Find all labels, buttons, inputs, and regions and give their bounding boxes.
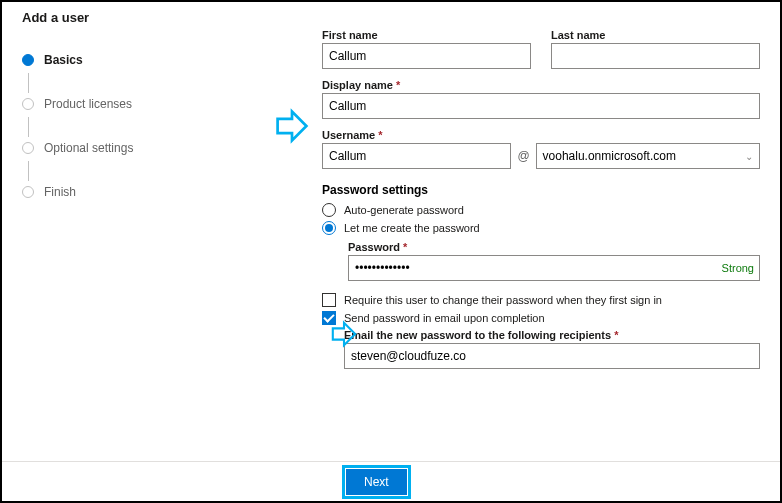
radio-label: Auto-generate password	[344, 204, 464, 216]
step-indicator-icon	[22, 142, 34, 154]
radio-auto-generate[interactable]: Auto-generate password	[322, 203, 760, 217]
radio-manual-password[interactable]: Let me create the password	[322, 221, 760, 235]
required-mark: *	[396, 79, 400, 91]
step-connector	[28, 117, 29, 137]
password-strength-label: Strong	[722, 262, 754, 274]
last-name-label: Last name	[551, 29, 760, 41]
display-name-input[interactable]	[322, 93, 760, 119]
domain-select[interactable]: voohalu.onmicrosoft.com ⌄	[536, 143, 760, 169]
form-area: First name Last name Display name * User…	[202, 29, 760, 468]
step-label: Finish	[44, 185, 76, 199]
step-product-licenses[interactable]: Product licenses	[22, 93, 202, 115]
password-input[interactable]	[348, 255, 760, 281]
password-label: Password	[348, 241, 400, 253]
required-mark: *	[403, 241, 407, 253]
check-send-email[interactable]: Send password in email upon completion	[322, 311, 760, 325]
email-recipients-label: Email the new password to the following …	[344, 329, 611, 341]
radio-label: Let me create the password	[344, 222, 480, 234]
next-button[interactable]: Next	[346, 469, 407, 495]
next-button-highlight: Next	[342, 465, 411, 499]
last-name-input[interactable]	[551, 43, 760, 69]
checkbox-icon	[322, 293, 336, 307]
first-name-label: First name	[322, 29, 531, 41]
checkbox-label: Send password in email upon completion	[344, 312, 545, 324]
step-label: Basics	[44, 53, 83, 67]
username-label: Username	[322, 129, 375, 141]
step-label: Optional settings	[44, 141, 133, 155]
radio-icon	[322, 221, 336, 235]
step-indicator-icon	[22, 54, 34, 66]
password-settings-title: Password settings	[322, 183, 760, 197]
step-connector	[28, 161, 29, 181]
callout-arrow-icon	[274, 108, 310, 144]
step-label: Product licenses	[44, 97, 132, 111]
add-user-panel: Add a user Basics Product licenses Optio…	[0, 0, 782, 503]
radio-icon	[322, 203, 336, 217]
callout-arrow-icon	[330, 320, 358, 348]
step-indicator-icon	[22, 98, 34, 110]
panel-title: Add a user	[2, 2, 780, 29]
required-mark: *	[378, 129, 382, 141]
step-optional-settings[interactable]: Optional settings	[22, 137, 202, 159]
content-area: Basics Product licenses Optional setting…	[2, 29, 780, 468]
domain-value: voohalu.onmicrosoft.com	[543, 149, 676, 163]
email-recipients-input[interactable]	[344, 343, 760, 369]
at-symbol: @	[511, 149, 535, 163]
check-require-change[interactable]: Require this user to change their passwo…	[322, 293, 760, 307]
required-mark: *	[614, 329, 618, 341]
chevron-down-icon: ⌄	[745, 151, 753, 162]
username-input[interactable]	[322, 143, 511, 169]
first-name-input[interactable]	[322, 43, 531, 69]
step-basics[interactable]: Basics	[22, 49, 202, 71]
step-finish[interactable]: Finish	[22, 181, 202, 203]
step-indicator-icon	[22, 186, 34, 198]
checkbox-label: Require this user to change their passwo…	[344, 294, 662, 306]
display-name-label: Display name	[322, 79, 393, 91]
wizard-steps: Basics Product licenses Optional setting…	[22, 29, 202, 468]
step-connector	[28, 73, 29, 93]
footer-bar: Next	[2, 461, 780, 501]
